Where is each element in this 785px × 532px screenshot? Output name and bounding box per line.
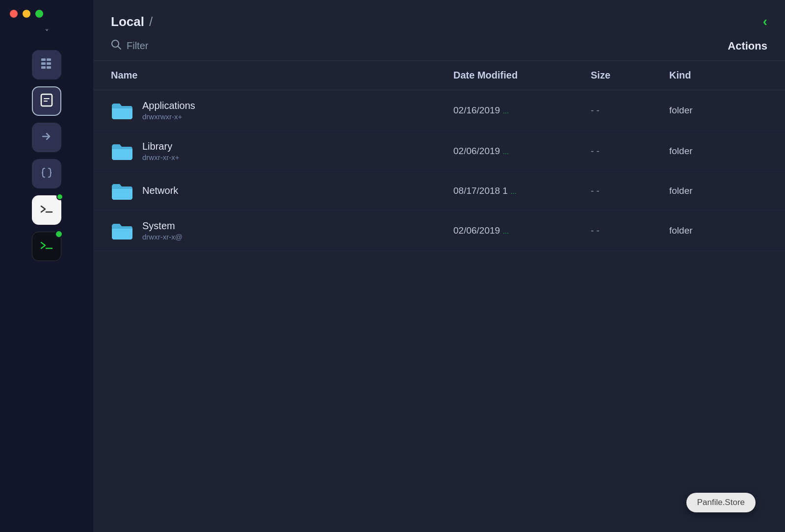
col-kind: Kind — [669, 70, 767, 81]
actions-button[interactable]: Actions — [728, 40, 767, 53]
file-kind: folder — [669, 186, 767, 196]
file-name: Library — [142, 141, 179, 152]
braces-icon — [40, 166, 53, 182]
col-name: Name — [111, 70, 453, 81]
svg-rect-0 — [41, 58, 46, 61]
file-info: System drwxr-xr-x@ — [142, 220, 183, 241]
date-modified: 02/16/2019 … — [453, 105, 591, 116]
terminal2-icon — [40, 240, 53, 253]
svg-line-12 — [118, 47, 121, 50]
arrow-right-icon — [40, 130, 53, 146]
chevron-down-icon[interactable]: ˅ — [45, 27, 49, 38]
sidebar-item-grid[interactable] — [32, 50, 61, 80]
svg-rect-1 — [47, 58, 51, 61]
date-modified: 08/17/2018 1 … — [453, 186, 591, 196]
table-row[interactable]: Network 08/17/2018 1 … - - folder — [93, 172, 785, 211]
file-icon — [40, 93, 53, 109]
breadcrumb-root: Local — [111, 14, 144, 29]
folder-icon — [111, 182, 133, 200]
active-dot — [55, 230, 63, 238]
breadcrumb-separator: / — [149, 14, 153, 29]
file-cell: System drwxr-xr-x@ — [111, 220, 453, 241]
file-size: - - — [591, 225, 669, 236]
file-kind: folder — [669, 146, 767, 157]
filter-row: Actions — [93, 29, 785, 61]
filter-input-wrap — [111, 39, 274, 53]
back-button[interactable]: ‹ — [763, 14, 767, 29]
maximize-button[interactable] — [35, 10, 43, 18]
close-button[interactable] — [10, 10, 18, 18]
file-perms: drwxr-xr-x@ — [142, 233, 183, 241]
col-date-modified: Date Modified — [453, 70, 591, 81]
folder-icon — [111, 221, 133, 240]
file-info: Network — [142, 185, 178, 197]
table-row[interactable]: Applications drwxrwxr-x+ 02/16/2019 … - … — [93, 90, 785, 131]
sidebar-item-transfer[interactable] — [32, 123, 61, 152]
file-perms: drwxrwxr-x+ — [142, 112, 195, 121]
file-info: Applications drwxrwxr-x+ — [142, 100, 195, 121]
col-size: Size — [591, 70, 669, 81]
sidebar-item-terminal2[interactable] — [32, 232, 61, 261]
svg-rect-5 — [47, 66, 51, 69]
file-kind: folder — [669, 105, 767, 116]
main-panel: Local / ‹ Actions Name Date Modified Siz… — [93, 0, 785, 532]
svg-rect-6 — [41, 94, 52, 106]
minimize-button[interactable] — [23, 10, 30, 18]
folder-icon — [111, 101, 133, 120]
file-perms: drwxr-xr-x+ — [142, 153, 179, 161]
terminal-icon — [40, 204, 53, 217]
sidebar-item-terminal[interactable] — [32, 195, 61, 225]
search-icon — [111, 39, 122, 53]
table-body: Applications drwxrwxr-x+ 02/16/2019 … - … — [93, 90, 785, 532]
file-name: System — [142, 220, 183, 232]
file-cell: Network — [111, 182, 453, 200]
table-header: Name Date Modified Size Kind — [93, 61, 785, 90]
table-row[interactable]: System drwxr-xr-x@ 02/06/2019 … - - fold… — [93, 211, 785, 251]
toggle-dot — [56, 193, 63, 200]
svg-rect-4 — [41, 66, 46, 69]
svg-rect-7 — [44, 98, 50, 99]
header: Local / ‹ — [93, 0, 785, 29]
sidebar: ˅ — [0, 0, 93, 532]
date-modified: 02/06/2019 … — [453, 225, 591, 236]
svg-rect-2 — [41, 62, 46, 65]
file-cell: Applications drwxrwxr-x+ — [111, 100, 453, 121]
file-size: - - — [591, 146, 669, 157]
folder-icon — [111, 142, 133, 160]
file-size: - - — [591, 186, 669, 196]
svg-rect-3 — [47, 62, 51, 65]
date-modified: 02/06/2019 … — [453, 146, 591, 157]
file-name: Network — [142, 185, 178, 196]
panfile-badge: Panfile.Store — [686, 493, 756, 512]
filter-input[interactable] — [127, 40, 274, 52]
traffic-lights — [0, 10, 43, 18]
file-size: - - — [591, 105, 669, 116]
file-cell: Library drwxr-xr-x+ — [111, 141, 453, 161]
file-name: Applications — [142, 100, 195, 111]
svg-rect-8 — [44, 101, 48, 102]
sidebar-item-code[interactable] — [32, 159, 61, 188]
file-info: Library drwxr-xr-x+ — [142, 141, 179, 161]
breadcrumb: Local / — [111, 14, 153, 29]
table-row[interactable]: Library drwxr-xr-x+ 02/06/2019 … - - fol… — [93, 131, 785, 172]
file-kind: folder — [669, 225, 767, 236]
sidebar-item-files[interactable] — [32, 86, 61, 116]
grid-icon — [40, 57, 53, 73]
